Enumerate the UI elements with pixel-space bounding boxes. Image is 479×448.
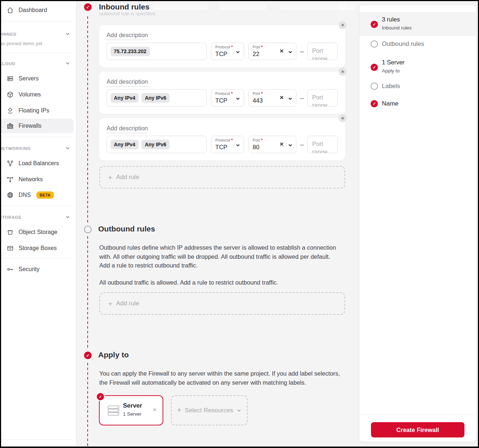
sidebar-item-label: Dashboard [19,7,47,13]
section-label: NETWORKING [1,146,31,151]
add-description-field[interactable]: Add description [107,78,148,87]
ip-chip[interactable]: 75.72.233.202 [111,47,150,56]
chevron-down-icon [236,408,242,413]
sidebar-item-firewalls[interactable]: Firewalls [1,119,73,133]
inbound-rule-card-1: ✕ Add description 75.72.233.202 Protocol… [99,25,345,67]
sidebar-item-volumes[interactable]: Volumes [1,88,73,101]
sidebar-item-load-balancers[interactable]: Load Balancers [1,157,73,170]
protocol-select[interactable]: Protocol * TCP [211,43,244,60]
sidebar-section-cloud[interactable]: CLOUD [1,60,71,68]
progress-panel: ✓ 3 rules Inbound rules Outbound rules ✓… [359,5,476,442]
protocol-value: TCP [215,97,227,104]
sidebar-item-floating-ips[interactable]: Floating IPs [1,104,73,117]
port-select[interactable]: Port * 443 ✕ [248,89,297,107]
pinned-empty-text: No pinned items yet [1,41,42,46]
remove-rule-button[interactable]: ✕ [339,114,347,122]
source-ips-input[interactable]: 75.72.233.202 [107,43,207,60]
sidebar-item-label: Security [19,266,40,273]
port-value: 22 [253,51,259,58]
progress-step-labels[interactable]: Labels [359,79,476,96]
sidebar-item-label: DNS [19,192,31,198]
clear-port-icon[interactable]: ✕ [280,48,284,54]
progress-step-inbound[interactable]: ✓ 3 rules Inbound rules [359,12,476,36]
port-range-input[interactable]: Port range [307,43,338,60]
add-description-field[interactable]: Add description [107,32,148,40]
clear-port-icon[interactable]: ✕ [280,95,284,100]
protocol-select[interactable]: Protocol * TCP [211,136,244,153]
chevron-down-icon [288,49,293,56]
port-range-dash: – [296,43,307,60]
step-subtitle: Apply to [382,68,400,74]
sidebar-section-pinned[interactable]: PINNED [1,30,71,38]
key-icon [7,266,14,273]
server-stack-icon [108,405,119,417]
sidebar-section-networking[interactable]: NETWORKING [1,144,71,152]
remove-rule-button[interactable]: ✕ [339,21,347,29]
network-icon [7,176,14,183]
remove-server-icon[interactable]: ✕ [152,407,157,413]
ip-chip[interactable]: Any IPv6 [141,140,169,149]
sidebar-item-dashboard[interactable]: Dashboard [1,4,73,16]
port-range-input[interactable]: Port range [307,136,338,153]
remove-rule-button[interactable]: ✕ [339,68,347,76]
step-subtitle: Inbound rules [382,25,412,31]
server-resource-card[interactable]: ✓ Server 1 Server ✕ [99,395,163,425]
rule-fields-row: Any IPv4 Any IPv6 Protocol * TCP Port * … [107,136,338,153]
step-connector-line [87,236,88,349]
sidebar-item-servers[interactable]: Servers [1,72,73,85]
port-value: 80 [253,144,259,151]
port-select[interactable]: Port * 22 ✕ [248,43,297,60]
port-range-input[interactable]: Port range [307,89,338,107]
step-title: Outbound rules [382,40,424,48]
progress-step-apply-to[interactable]: ✓ 1 Server Apply to [359,55,476,79]
create-firewall-button[interactable]: Create Firewall [371,422,464,437]
progress-step-name[interactable]: ✓ Name [359,96,476,114]
sidebar-item-label: Floating IPs [19,107,49,114]
add-inbound-rule-button[interactable]: + Add rule [99,166,345,189]
divider [359,415,476,415]
sidebar-item-label: Servers [19,75,39,82]
sidebar-item-storage-boxes[interactable]: Storage Boxes [1,242,73,254]
divider [1,439,73,440]
sidebar-item-label: Storage Boxes [19,245,57,251]
add-outbound-rule-button[interactable]: + Add rule [99,292,345,315]
port-range-dash: – [296,89,307,107]
occluded-scrolled-text: outbound rule is specified. [99,11,156,16]
clear-port-icon[interactable]: ✕ [280,141,284,147]
add-description-field[interactable]: Add description [107,125,148,133]
sidebar-item-networks[interactable]: Networks [1,173,73,186]
home-icon [7,7,14,14]
step-title: 1 Server [382,59,404,66]
cube-icon [7,91,14,98]
protocol-value: TCP [215,51,227,58]
chevron-down-icon [235,96,240,103]
source-ips-input[interactable]: Any IPv4 Any IPv6 [107,136,207,153]
outbound-rules-heading: Outbound rules [98,225,155,233]
ip-chip[interactable]: Any IPv4 [111,93,139,103]
chevron-down-icon [235,49,240,56]
progress-step-outbound[interactable]: Outbound rules [359,36,476,55]
close-icon: ✕ [341,116,344,121]
plus-icon: + [108,300,112,308]
sidebar-item-object-storage[interactable]: Object Storage [1,226,73,238]
server-card-title: Server [123,402,142,409]
step-check-icon: ✓ [371,64,378,71]
step-check-icon: ✓ [371,100,378,107]
apply-step-check-icon: ✓ [84,352,92,359]
protocol-select[interactable]: Protocol * TCP [211,89,244,107]
rule-fields-row: Any IPv4 Any IPv6 Protocol * TCP Port * … [107,89,338,107]
source-ips-input[interactable]: Any IPv4 Any IPv6 [107,89,207,107]
sidebar-item-security[interactable]: Security [1,263,73,275]
sidebar-item-dns[interactable]: DNS BETA [1,189,73,201]
ip-chip[interactable]: Any IPv6 [141,93,169,103]
bucket-icon [7,229,14,236]
screenshot-frame: Dashboard PINNED No pinned items yet CLO… [0,0,479,448]
ip-chip[interactable]: Any IPv4 [111,140,139,149]
step-empty-circle-icon [371,83,378,90]
sidebar-item-label: Networks [19,176,43,183]
port-select[interactable]: Port * 80 ✕ [248,136,297,153]
port-value: 443 [253,97,263,104]
select-resources-button[interactable]: + Select Resources [171,395,248,425]
required-marker: * [231,91,233,96]
sidebar-section-storage[interactable]: STORAGE [1,213,71,221]
